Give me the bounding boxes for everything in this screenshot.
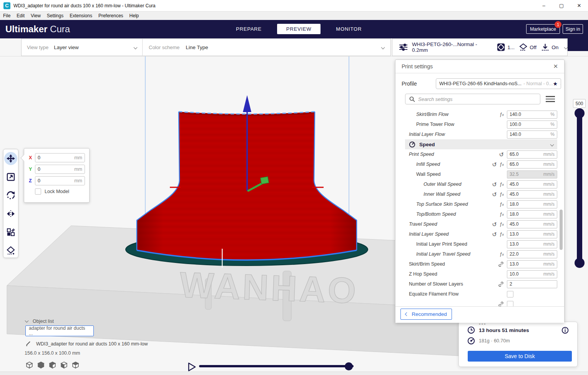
mirror-tool-button[interactable]: [4, 207, 17, 220]
view-top-icon[interactable]: [48, 361, 56, 369]
setting-value-input[interactable]: 65.0mm/s: [507, 150, 557, 159]
setting-unit: mm/s: [543, 271, 555, 277]
setting-unit: %: [550, 112, 555, 117]
setting-label: Number of Slower Layers: [405, 281, 482, 287]
formula-icon: ƒx: [500, 251, 504, 257]
setting-value-input[interactable]: 18.0mm/s: [507, 200, 557, 208]
setting-value-input[interactable]: 10.0mm/s: [507, 270, 557, 278]
setting-value-input[interactable]: 13.0mm/s: [507, 230, 557, 238]
info-icon[interactable]: [561, 327, 569, 334]
layer-slider-bottom-handle[interactable]: [575, 258, 585, 268]
settings-section-header[interactable]: Speed: [405, 139, 557, 149]
reset-icon[interactable]: ↺: [492, 192, 497, 197]
setting-value-input[interactable]: 140.0%: [507, 131, 557, 139]
menu-file[interactable]: File: [0, 12, 13, 20]
chevron-down-icon: [25, 319, 29, 323]
x-position-input[interactable]: 0 mm: [35, 153, 85, 162]
setting-value-input[interactable]: 45.0mm/s: [507, 220, 557, 228]
setting-row: Equalize Filament Flow: [405, 289, 557, 299]
maximize-button[interactable]: ▢: [553, 0, 570, 12]
setting-value-input[interactable]: 140.0%: [507, 111, 557, 119]
reset-icon[interactable]: ↺: [492, 221, 497, 227]
setting-value-input[interactable]: 45.0mm/s: [507, 180, 557, 188]
rotate-tool-button[interactable]: [4, 189, 17, 202]
setting-value-input[interactable]: 13.0mm/s: [507, 240, 557, 248]
scale-tool-button[interactable]: [4, 170, 17, 183]
setting-row: Print Speed↺65.0mm/s: [405, 149, 557, 159]
layer-slider-track[interactable]: [577, 109, 582, 268]
view-front-icon[interactable]: [37, 361, 45, 369]
tab-monitor[interactable]: MONITOR: [331, 24, 367, 34]
z-position-input[interactable]: 0 mm: [35, 176, 85, 185]
menu-edit[interactable]: Edit: [13, 12, 28, 20]
close-button[interactable]: ✕: [570, 0, 588, 12]
view-right-icon[interactable]: [71, 361, 80, 369]
setting-value: 18.0: [510, 211, 518, 217]
timeline-handle[interactable]: [345, 362, 353, 370]
lock-model-checkbox[interactable]: [35, 188, 41, 195]
settings-scrollbar[interactable]: [560, 210, 563, 250]
menu-view[interactable]: View: [28, 12, 44, 20]
setting-indicators: ↺ƒx: [482, 221, 504, 227]
recommended-mode-button[interactable]: Recommended: [400, 309, 452, 320]
move-tool-button[interactable]: [4, 152, 17, 165]
settings-visibility-menu-icon[interactable]: [546, 96, 555, 102]
menu-help[interactable]: Help: [126, 12, 142, 20]
view-type-dropdown[interactable]: View type Layer view: [22, 45, 142, 50]
view-3d-icon[interactable]: [25, 361, 33, 369]
y-position-value: 0: [38, 167, 40, 172]
setting-checkbox[interactable]: [507, 301, 513, 307]
reset-icon[interactable]: ↺: [492, 182, 497, 187]
material-usage-value: 181g · 60.70m: [479, 338, 510, 344]
z-axis-label: Z: [29, 178, 35, 183]
layer-slider-top-handle[interactable]: [575, 108, 585, 118]
search-row: Search settings: [395, 89, 564, 104]
tab-preview[interactable]: PREVIEW: [277, 24, 321, 34]
setting-value-input[interactable]: 18.0mm/s: [507, 210, 557, 218]
minimize-button[interactable]: –: [535, 0, 553, 12]
color-scheme-dropdown[interactable]: Color scheme Line Type: [143, 45, 390, 50]
print-setup-selector[interactable]: WHI3-PETG-260-...Normal - 0.2mm 1... Off…: [392, 38, 568, 56]
y-position-input[interactable]: 0 mm: [35, 165, 85, 174]
pencil-icon[interactable]: [25, 341, 32, 347]
play-button[interactable]: [188, 362, 196, 372]
simulation-head-handle[interactable]: [261, 177, 269, 184]
setting-value-input[interactable]: 13.0mm/s: [507, 260, 557, 268]
star-icon[interactable]: ★: [553, 81, 558, 87]
reset-icon[interactable]: ↺: [499, 152, 504, 157]
reset-icon[interactable]: ↺: [492, 162, 497, 167]
setting-checkbox[interactable]: [507, 291, 513, 297]
setting-value-input[interactable]: 45.0mm/s: [507, 190, 557, 198]
close-icon[interactable]: ✕: [553, 63, 558, 70]
reset-icon[interactable]: ↺: [492, 231, 497, 237]
profile-dropdown[interactable]: WHI3-PETG-260-65 KindHands-noS... - Norm…: [436, 78, 561, 89]
menu-preferences[interactable]: Preferences: [95, 12, 126, 20]
search-settings-input[interactable]: Search settings: [405, 94, 540, 104]
profile-value: WHI3-PETG-260-65 KindHands-noS...: [439, 81, 522, 86]
setting-value-input[interactable]: 65.0mm/s: [507, 160, 557, 169]
chevron-down-icon: [381, 45, 385, 49]
print-settings-header[interactable]: Print settings ✕: [395, 60, 564, 73]
setting-label: Initial Layer Print Speed: [405, 241, 482, 247]
setting-value-input[interactable]: 2: [507, 280, 557, 288]
setting-row: Initial Layer Travel Speedƒx22.0mm/s: [405, 249, 557, 259]
link-icon: [498, 281, 504, 287]
object-list-item[interactable]: adapter for round air ducts ...: [25, 325, 94, 336]
support-blocker-button[interactable]: [4, 244, 17, 257]
simulation-timeline-slider[interactable]: [199, 365, 354, 367]
menu-settings[interactable]: Settings: [44, 12, 66, 20]
setting-value-input[interactable]: 100.0%: [507, 121, 557, 129]
setting-value-input[interactable]: 22.0mm/s: [507, 250, 557, 258]
view-left-icon[interactable]: [60, 361, 68, 369]
menu-extensions[interactable]: Extensions: [66, 12, 95, 20]
x-position-row: X 0 mm: [29, 153, 89, 162]
setting-label: Print Speed: [405, 152, 482, 157]
save-to-disk-button[interactable]: Save to Disk: [468, 351, 572, 362]
setting-label: Top/Bottom Speed: [405, 211, 482, 217]
setting-unit: mm/s: [543, 182, 555, 187]
per-model-settings-button[interactable]: [4, 226, 17, 239]
support-blocker-icon: [6, 246, 15, 255]
tab-prepare[interactable]: PREPARE: [231, 24, 267, 34]
sign-in-button[interactable]: Sign in: [563, 24, 583, 34]
object-list-toggle[interactable]: Object list: [25, 319, 54, 324]
